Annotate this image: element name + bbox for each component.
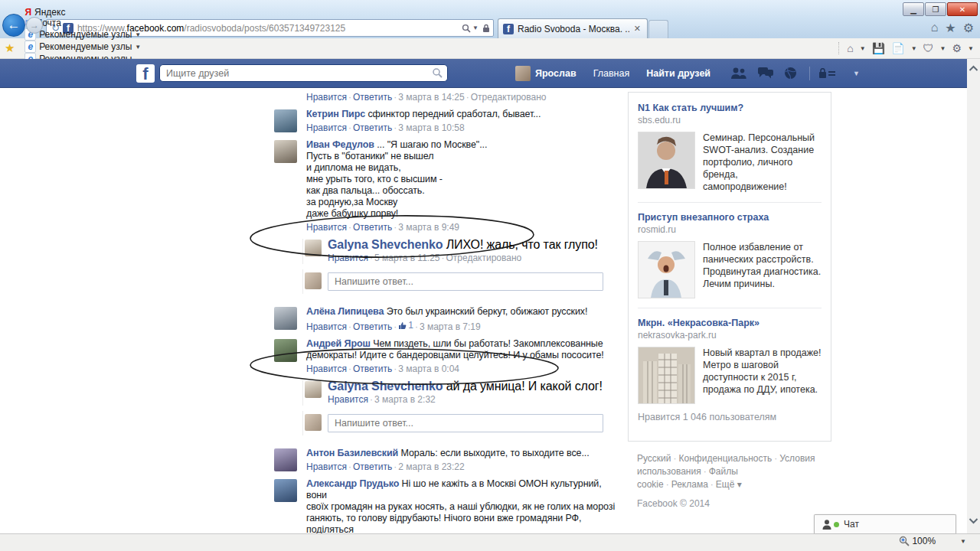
avatar[interactable]	[274, 339, 297, 362]
scroll-down-icon[interactable]	[969, 517, 978, 524]
avatar[interactable]	[305, 240, 322, 256]
reply-link[interactable]: Ответить	[353, 364, 392, 374]
commenter-name-link[interactable]: Galyna Shevchenko	[328, 238, 443, 251]
reply-link[interactable]: Ответить	[353, 92, 392, 103]
back-button[interactable]: ←	[2, 14, 25, 37]
zoom-control[interactable]: 100% ▼	[899, 536, 966, 546]
avatar[interactable]	[305, 381, 322, 398]
like-link[interactable]: Нравится	[306, 321, 347, 332]
home-menu-caret-icon[interactable]: ▼	[860, 45, 866, 52]
like-link[interactable]: Нравится	[328, 253, 368, 263]
search-icon[interactable]	[432, 67, 443, 78]
commenter-name-link[interactable]: Александр Прудько	[306, 478, 399, 489]
add-favorite-icon[interactable]: ★	[5, 41, 15, 55]
favorites-bar-item[interactable]: ЯЯндекс	[24, 7, 150, 18]
search-dropdown-caret-icon[interactable]: ▼	[472, 24, 479, 31]
friend-search-input[interactable]	[159, 64, 448, 82]
home-icon[interactable]: ⌂	[931, 21, 939, 35]
sidebar-ad[interactable]: Приступ внезапного страхаrosmid.ruПолное…	[638, 202, 822, 308]
notifications-globe-icon[interactable]	[784, 67, 797, 80]
restore-button[interactable]: ❐	[925, 2, 946, 16]
ad-title-link[interactable]: N1 Как стать лучшим?	[638, 103, 822, 114]
facebook-logo[interactable]: f	[136, 64, 155, 83]
page-menu-caret-icon[interactable]: ▼	[911, 45, 917, 52]
favorites-bar-item[interactable]: eРекомендуемые узлы▼	[24, 28, 150, 41]
dropdown-caret-icon[interactable]: ▼	[135, 44, 141, 51]
like-link[interactable]: Нравится	[306, 222, 347, 233]
like-link[interactable]: Нравится	[328, 394, 368, 405]
find-friends-link[interactable]: Найти друзей	[646, 68, 710, 79]
home-link[interactable]: Главная	[593, 68, 630, 79]
close-button[interactable]: ✕	[947, 2, 978, 16]
favorite-label: Рекомендуемые узлы	[39, 41, 132, 52]
footer-link[interactable]: Русский	[637, 453, 671, 464]
comment-meta: Нравится·3 марта в 2:32	[328, 393, 616, 406]
settings-gear-icon[interactable]: ⚙	[963, 21, 974, 35]
safety-menu-icon[interactable]: 🛡	[923, 42, 934, 54]
reply-link[interactable]: Ответить	[353, 122, 392, 133]
commenter-name-link[interactable]: Антон Базилевский	[306, 448, 398, 458]
commenter-name-link[interactable]: Андрей Ярош	[306, 338, 371, 349]
dropdown-caret-icon[interactable]: ▼	[135, 31, 141, 38]
scrollbar[interactable]	[967, 59, 980, 533]
new-tab-button[interactable]	[648, 20, 668, 38]
reply-input[interactable]	[328, 272, 603, 291]
friend-requests-icon[interactable]	[730, 67, 747, 79]
avatar[interactable]	[274, 109, 297, 132]
zoom-caret-icon[interactable]: ▼	[960, 538, 966, 545]
ad-title-link[interactable]: Мкрн. «Некрасовка-Парк»	[638, 318, 822, 329]
home-menu-icon[interactable]: ⌂	[847, 42, 853, 54]
like-count-badge[interactable]: 1	[398, 319, 413, 331]
safety-menu-caret-icon[interactable]: ▼	[940, 45, 946, 52]
like-link[interactable]: Нравится	[306, 122, 347, 133]
tools-menu-caret-icon[interactable]: ▼	[968, 45, 974, 52]
favorites-save-icon[interactable]: 💾	[872, 42, 885, 54]
more-caret-icon[interactable]: ▾	[734, 479, 741, 490]
ad-text: Новый квартал в продаже! Метро в шаговой…	[703, 347, 822, 404]
messages-icon[interactable]	[758, 67, 773, 79]
chat-bar[interactable]: Чат	[814, 514, 956, 533]
sidebar-ad[interactable]: Мкрн. «Некрасовка-Парк»nekrasovka-park.r…	[638, 308, 822, 432]
ad-image	[638, 347, 695, 404]
account-menu-caret-icon[interactable]: ▼	[853, 70, 860, 77]
commenter-name-link[interactable]: Алёна Липицева	[306, 306, 384, 317]
like-link[interactable]: Нравится	[306, 461, 347, 472]
tools-menu-icon[interactable]: ⚙	[952, 42, 962, 54]
like-link[interactable]: Нравится	[306, 92, 347, 103]
timestamp: 2 марта в 23:22	[398, 461, 464, 472]
commenter-name-link[interactable]: Кетрин Пирс	[306, 109, 365, 119]
comment-meta: Нравится·Ответить·1·3 марта в 7:19	[306, 319, 616, 333]
page-menu-icon[interactable]: 📄	[891, 42, 904, 54]
avatar[interactable]	[274, 140, 297, 163]
favorites-star-icon[interactable]: ★	[945, 21, 956, 35]
sidebar-ad[interactable]: N1 Как стать лучшим?sbs.edu.ruСеминар. П…	[638, 100, 822, 202]
footer-link[interactable]: Конфиденциальность	[679, 453, 773, 464]
footer-link[interactable]: Ещё	[716, 479, 735, 490]
tab-close-icon[interactable]: ✕	[632, 24, 642, 34]
favorites-bar-item[interactable]: ✉Почта	[24, 18, 150, 28]
online-status-dot	[834, 522, 839, 527]
commenter-name-link[interactable]: Galyna Shevchenko	[328, 380, 443, 393]
profile-link[interactable]: Ярослав	[535, 68, 577, 79]
comment-text: Антон Базилевский Мораль: если выходите,…	[306, 448, 616, 459]
avatar[interactable]	[274, 479, 297, 502]
scroll-up-icon[interactable]	[969, 65, 978, 72]
footer-link[interactable]: Реклама	[671, 479, 708, 490]
reply-input[interactable]	[328, 414, 603, 432]
reply-link[interactable]: Ответить	[353, 321, 392, 332]
reply-link[interactable]: Ответить	[353, 461, 392, 472]
avatar[interactable]	[274, 307, 297, 330]
privacy-shortcuts-icon[interactable]	[819, 68, 836, 79]
favorites-bar: ★ ЯЯндекс✉ПочтаeРекомендуемые узлы▼eРеко…	[0, 38, 980, 59]
favorites-bar-item[interactable]: eРекомендуемые узлы▼	[24, 41, 150, 53]
minimize-button[interactable]: ▁	[903, 2, 924, 16]
forward-button[interactable]: →	[26, 17, 43, 34]
commenter-name-link[interactable]: Иван Федулов	[306, 139, 374, 150]
avatar[interactable]	[274, 448, 297, 471]
user-avatar[interactable]	[515, 66, 531, 81]
like-link[interactable]: Нравится	[306, 364, 347, 374]
ad-title-link[interactable]: Приступ внезапного страха	[638, 212, 822, 223]
browser-tab[interactable]: f Radio Svoboda - Москва. ... ✕	[498, 18, 648, 38]
search-icon[interactable]	[462, 24, 471, 33]
reply-link[interactable]: Ответить	[353, 222, 392, 233]
